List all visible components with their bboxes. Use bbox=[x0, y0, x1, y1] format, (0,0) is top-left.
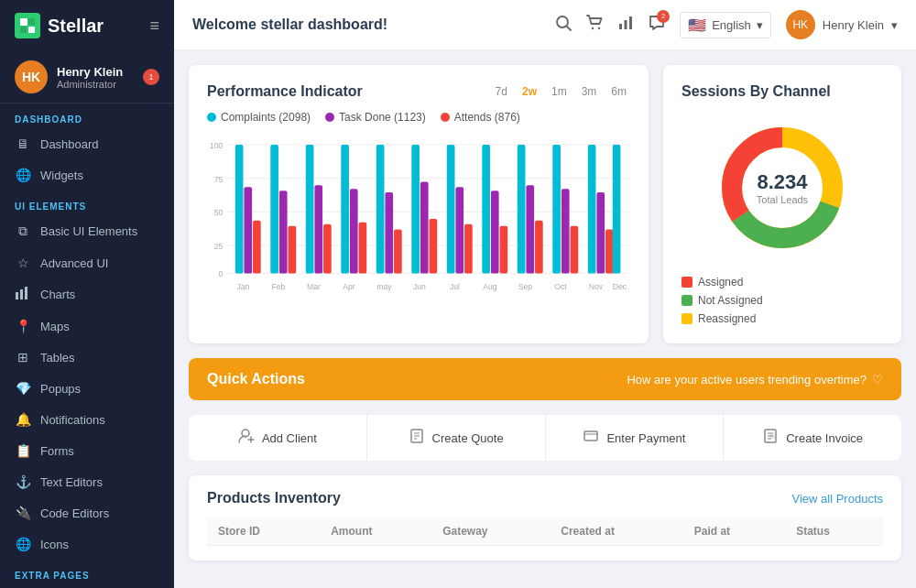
sidebar-item-label: Basic UI Elements bbox=[40, 224, 137, 238]
enter-payment-label: Enter Payment bbox=[606, 431, 685, 445]
svg-text:may: may bbox=[376, 282, 392, 291]
chart-legend: Complaints (2098) Task Done (1123) Atten… bbox=[207, 111, 630, 124]
svg-rect-13 bbox=[629, 16, 632, 29]
legend-label-complaints: Complaints (2098) bbox=[221, 111, 311, 124]
view-all-products[interactable]: View all Products bbox=[792, 492, 883, 506]
content-area: Performance Indicator 7d 2w 1m 3m 6m Com… bbox=[174, 50, 916, 588]
products-header: Products Inventory View all Products bbox=[207, 490, 883, 506]
sidebar-item-forms[interactable]: 📋 Forms bbox=[0, 435, 174, 466]
message-icon[interactable]: 2 bbox=[649, 15, 665, 36]
star-icon: ☆ bbox=[15, 256, 31, 270]
col-status: Status bbox=[785, 517, 883, 546]
legend-dot-attends bbox=[441, 113, 450, 122]
layers-icon: ⧉ bbox=[15, 223, 31, 239]
svg-text:Jan: Jan bbox=[236, 282, 249, 291]
svg-text:Feb: Feb bbox=[272, 282, 286, 291]
sidebar-item-label: Popups bbox=[40, 382, 81, 396]
create-quote-button[interactable]: Create Quote bbox=[367, 415, 545, 461]
create-quote-icon bbox=[409, 428, 425, 448]
section-label-dashboard: DASHBOARD bbox=[0, 103, 174, 128]
legend-dot-complaints bbox=[207, 113, 216, 122]
svg-rect-55 bbox=[596, 192, 605, 274]
legend-complaints: Complaints (2098) bbox=[207, 111, 311, 124]
sidebar-item-label: Text Editors bbox=[40, 475, 103, 489]
svg-text:Jul: Jul bbox=[450, 282, 460, 291]
svg-rect-33 bbox=[341, 145, 349, 274]
header: Welcome stellar dashboard! 2 🇺🇸 English … bbox=[174, 0, 916, 50]
filter-1m[interactable]: 1m bbox=[548, 83, 571, 100]
performance-card-header: Performance Indicator 7d 2w 1m 3m 6m bbox=[207, 83, 630, 100]
sidebar-item-popups[interactable]: 💎 Popups bbox=[0, 373, 174, 404]
section-label-extra: EXTRA PAGES bbox=[0, 560, 174, 584]
sidebar-item-maps[interactable]: 📍 Maps bbox=[0, 310, 174, 342]
donut-number: 8.234 bbox=[757, 170, 808, 194]
enter-payment-button[interactable]: Enter Payment bbox=[546, 415, 724, 461]
svg-rect-48 bbox=[518, 145, 526, 274]
products-table: Store ID Amount Gateway Created at Paid … bbox=[207, 517, 883, 546]
svg-line-8 bbox=[567, 27, 571, 30]
sidebar-item-code-editors[interactable]: 🔌 Code Editors bbox=[0, 497, 174, 528]
legend-label-reassigned: Reassigned bbox=[698, 312, 756, 325]
section-label-ui: UI ELEMENTS bbox=[0, 191, 174, 215]
sidebar-item-label: Charts bbox=[40, 288, 75, 301]
legend-label-not-assigned: Not Assigned bbox=[698, 294, 763, 307]
avatar: HK bbox=[15, 60, 48, 93]
svg-rect-49 bbox=[526, 185, 534, 273]
svg-rect-43 bbox=[455, 187, 463, 273]
filter-7d[interactable]: 7d bbox=[492, 83, 511, 100]
create-invoice-label: Create Invoice bbox=[786, 431, 863, 445]
bar-chart: 100 75 50 25 0 bbox=[207, 135, 630, 299]
sidebar-section-dashboard: DASHBOARD 🖥 Dashboard 🌐 Widgets bbox=[0, 103, 174, 191]
svg-rect-37 bbox=[385, 192, 393, 274]
table-header-row: Store ID Amount Gateway Created at Paid … bbox=[207, 517, 883, 546]
language-selector[interactable]: 🇺🇸 English ▾ bbox=[680, 12, 771, 38]
user-menu[interactable]: HK Henry Klein ▾ bbox=[786, 10, 898, 39]
sidebar-item-tables[interactable]: ⊞ Tables bbox=[0, 342, 174, 373]
sidebar-item-label: Dashboard bbox=[40, 137, 99, 151]
charts-row: Performance Indicator 7d 2w 1m 3m 6m Com… bbox=[189, 65, 901, 343]
sidebar-item-widgets[interactable]: 🌐 Widgets bbox=[0, 159, 174, 191]
sidebar-item-label: Widgets bbox=[40, 169, 83, 182]
svg-text:Mar: Mar bbox=[307, 282, 321, 291]
sidebar-item-notifications[interactable]: 🔔 Notifications bbox=[0, 404, 174, 435]
enter-payment-icon bbox=[583, 428, 599, 448]
map-pin-icon: 📍 bbox=[15, 319, 31, 333]
sidebar-item-charts[interactable]: Charts bbox=[0, 278, 174, 310]
svg-text:75: 75 bbox=[214, 175, 224, 184]
svg-rect-29 bbox=[289, 226, 297, 274]
svg-rect-24 bbox=[235, 145, 244, 274]
performance-title: Performance Indicator bbox=[207, 83, 363, 100]
svg-rect-53 bbox=[571, 226, 579, 274]
header-user-name: Henry Klein bbox=[823, 18, 884, 32]
sidebar-item-basic-ui[interactable]: ⧉ Basic UI Elements bbox=[0, 215, 174, 247]
sidebar-item-label: Maps bbox=[40, 320, 70, 333]
chart-bar-icon[interactable] bbox=[617, 15, 634, 36]
cart-icon[interactable] bbox=[586, 15, 603, 36]
sidebar-item-text-editors[interactable]: ⚓ Text Editors bbox=[0, 466, 174, 497]
svg-rect-11 bbox=[619, 24, 622, 29]
filter-6m[interactable]: 6m bbox=[607, 83, 630, 100]
sessions-legend-not-assigned: Not Assigned bbox=[682, 294, 883, 307]
filter-3m[interactable]: 3m bbox=[578, 83, 601, 100]
sidebar-item-icons[interactable]: 🌐 Icons bbox=[0, 528, 174, 560]
sidebar-item-advanced-ui[interactable]: ☆ Advanced UI bbox=[0, 247, 174, 278]
svg-point-7 bbox=[557, 16, 568, 27]
globe-icon: 🌐 bbox=[15, 168, 31, 182]
create-invoice-button[interactable]: Create Invoice bbox=[724, 415, 901, 461]
filter-2w[interactable]: 2w bbox=[518, 83, 540, 100]
chart-icon bbox=[15, 287, 31, 302]
sidebar-item-dashboard[interactable]: 🖥 Dashboard bbox=[0, 128, 174, 159]
sidebar-item-label: Advanced UI bbox=[40, 256, 108, 270]
add-client-button[interactable]: Add Client bbox=[189, 415, 366, 461]
anchor-icon: ⚓ bbox=[15, 474, 31, 489]
table-header: Store ID Amount Gateway Created at Paid … bbox=[207, 517, 883, 546]
svg-rect-40 bbox=[420, 182, 429, 274]
plug-icon: 🔌 bbox=[15, 506, 31, 520]
search-icon[interactable] bbox=[555, 15, 572, 36]
language-label: English bbox=[712, 18, 751, 32]
svg-rect-57 bbox=[613, 145, 621, 274]
svg-text:Oct: Oct bbox=[554, 282, 567, 291]
svg-rect-27 bbox=[270, 145, 278, 274]
globe2-icon: 🌐 bbox=[15, 537, 31, 551]
hamburger-icon[interactable]: ≡ bbox=[149, 16, 159, 36]
